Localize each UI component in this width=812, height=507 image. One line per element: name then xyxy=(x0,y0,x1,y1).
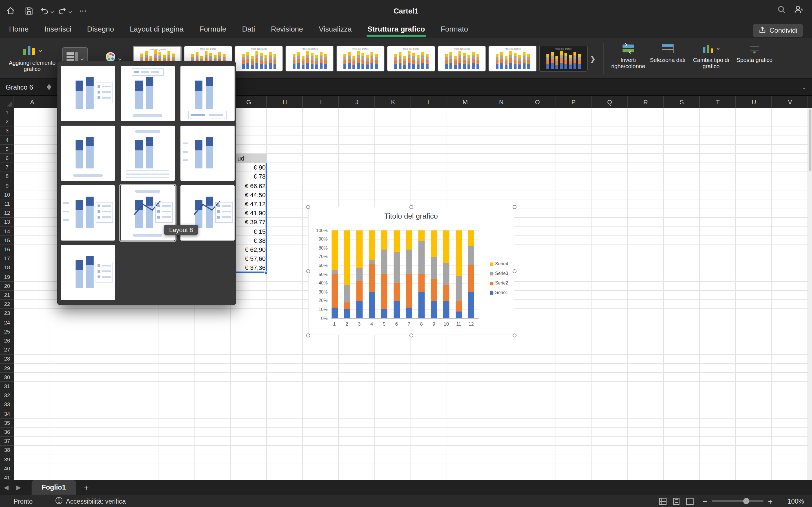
accessibility-status[interactable]: Accessibilità: verifica xyxy=(66,498,126,504)
row-header-26[interactable]: 26 xyxy=(0,336,14,345)
column-header-Q[interactable]: Q xyxy=(592,96,627,108)
row-header-37[interactable]: 37 xyxy=(0,437,14,446)
row-header-25[interactable]: 25 xyxy=(0,327,14,336)
column-header-R[interactable]: R xyxy=(627,96,664,108)
search-icon[interactable] xyxy=(777,5,786,16)
quick-layout-item-1[interactable] xyxy=(61,66,115,121)
column-header-K[interactable]: K xyxy=(375,96,411,108)
row-header-7[interactable]: 7 xyxy=(0,163,14,172)
row-header-15[interactable]: 15 xyxy=(0,236,14,245)
chart-resize-handle[interactable] xyxy=(409,205,413,209)
row-header-10[interactable]: 10 xyxy=(0,190,14,200)
row-header-13[interactable]: 13 xyxy=(0,218,14,227)
sheet-tab-foglio1[interactable]: Foglio1 xyxy=(32,480,76,495)
zoom-slider-thumb[interactable] xyxy=(743,498,749,504)
row-header-21[interactable]: 21 xyxy=(0,291,14,300)
gallery-more-button[interactable]: ❯ xyxy=(588,53,598,64)
row-header-19[interactable]: 19 xyxy=(0,272,14,281)
quick-layout-item-10[interactable] xyxy=(61,245,115,300)
tab-formato[interactable]: Formato xyxy=(440,25,469,38)
column-header-J[interactable]: J xyxy=(339,96,375,108)
normal-view-icon[interactable] xyxy=(659,498,666,504)
page-break-view-icon[interactable] xyxy=(686,498,694,504)
invert-rows-columns-button[interactable]: Inverti righe/colonne xyxy=(608,42,649,69)
chart-style-6[interactable]: Titolo del grafico xyxy=(387,46,435,71)
chart-style-4[interactable]: Titolo del grafico xyxy=(285,46,334,71)
people-share-icon[interactable] xyxy=(794,5,804,16)
chart-style-8[interactable]: Titolo del grafico xyxy=(488,46,537,71)
quick-layout-item-2[interactable] xyxy=(121,66,175,121)
zoom-level[interactable]: 100% xyxy=(779,498,804,504)
sheet-nav-left-icon[interactable]: ◀ xyxy=(0,484,12,491)
row-header-6[interactable]: 6 xyxy=(0,154,14,163)
row-header-39[interactable]: 39 xyxy=(0,455,14,464)
sheet-nav-right-icon[interactable]: ▶ xyxy=(12,484,25,491)
row-header-18[interactable]: 18 xyxy=(0,263,14,272)
chart-style-9[interactable]: Titolo del grafico xyxy=(539,46,588,71)
column-header-S[interactable]: S xyxy=(664,96,700,108)
chart-object[interactable]: Titolo del grafico 100%90%80%70%60%50%40… xyxy=(308,207,514,335)
column-header-V[interactable]: V xyxy=(772,96,808,108)
tab-visualizza[interactable]: Visualizza xyxy=(318,25,353,38)
zoom-in-button[interactable]: + xyxy=(766,497,775,506)
row-header-35[interactable]: 35 xyxy=(0,418,14,428)
column-header-M[interactable]: M xyxy=(447,96,483,108)
row-header-27[interactable]: 27 xyxy=(0,345,14,354)
row-header-24[interactable]: 24 xyxy=(0,318,14,327)
row-header-17[interactable]: 17 xyxy=(0,254,14,263)
column-header-P[interactable]: P xyxy=(555,96,592,108)
row-header-38[interactable]: 38 xyxy=(0,446,14,455)
chart-resize-handle[interactable] xyxy=(306,269,310,273)
row-header-16[interactable]: 16 xyxy=(0,245,14,254)
row-header-30[interactable]: 30 xyxy=(0,373,14,382)
row-header-22[interactable]: 22 xyxy=(0,300,14,309)
chart-resize-handle[interactable] xyxy=(409,334,413,337)
column-header-H[interactable]: H xyxy=(267,96,303,108)
row-header-12[interactable]: 12 xyxy=(0,209,14,217)
chart-style-3[interactable]: Titolo del grafico xyxy=(235,46,283,71)
column-header-N[interactable]: N xyxy=(483,96,519,108)
tab-formule[interactable]: Formule xyxy=(198,25,227,38)
name-box[interactable]: Grafico 6 xyxy=(0,79,56,95)
select-all-corner[interactable] xyxy=(0,96,14,108)
row-header-28[interactable]: 28 xyxy=(0,355,14,363)
tab-revisione[interactable]: Revisione xyxy=(270,25,304,38)
chart-resize-handle[interactable] xyxy=(513,205,516,209)
row-header-9[interactable]: 9 xyxy=(0,181,14,190)
row-header-31[interactable]: 31 xyxy=(0,382,14,391)
name-box-stepper[interactable] xyxy=(47,84,51,90)
quick-layout-item-3[interactable] xyxy=(181,66,235,121)
row-header-5[interactable]: 5 xyxy=(0,145,14,154)
row-header-29[interactable]: 29 xyxy=(0,363,14,373)
chart-style-5[interactable]: Titolo del grafico xyxy=(336,46,385,71)
formula-bar-expand-icon[interactable]: ⌄ xyxy=(796,84,812,90)
add-sheet-button[interactable]: + xyxy=(84,483,89,492)
row-header-2[interactable]: 2 xyxy=(0,117,14,126)
scrollbar-thumb[interactable] xyxy=(809,109,811,171)
row-header-3[interactable]: 3 xyxy=(0,126,14,135)
column-header-T[interactable]: T xyxy=(700,96,736,108)
row-header-36[interactable]: 36 xyxy=(0,428,14,437)
row-header-14[interactable]: 14 xyxy=(0,227,14,236)
chart-style-7[interactable]: Titolo del grafico xyxy=(438,46,486,71)
row-header-1[interactable]: 1 xyxy=(0,108,14,117)
quick-layout-item-6[interactable] xyxy=(181,126,235,181)
quick-layout-item-7[interactable] xyxy=(61,185,115,240)
select-data-button[interactable]: Seleziona dati xyxy=(649,42,687,63)
column-header-I[interactable]: I xyxy=(303,96,339,108)
row-header-33[interactable]: 33 xyxy=(0,400,14,409)
row-header-11[interactable]: 11 xyxy=(0,200,14,209)
share-button[interactable]: Condividi xyxy=(753,24,803,37)
chart-resize-handle[interactable] xyxy=(513,269,516,273)
add-chart-element-button[interactable]: Aggiungi elemento grafico xyxy=(4,40,60,77)
row-header-20[interactable]: 20 xyxy=(0,282,14,291)
column-header-U[interactable]: U xyxy=(736,96,772,108)
row-header-40[interactable]: 40 xyxy=(0,464,14,473)
row-header-32[interactable]: 32 xyxy=(0,391,14,400)
tab-dati[interactable]: Dati xyxy=(241,25,256,38)
tab-home[interactable]: Home xyxy=(8,25,30,38)
vertical-scrollbar[interactable] xyxy=(808,108,812,480)
fill-handle[interactable] xyxy=(264,271,268,274)
chart-resize-handle[interactable] xyxy=(513,334,516,337)
column-header-L[interactable]: L xyxy=(411,96,447,108)
